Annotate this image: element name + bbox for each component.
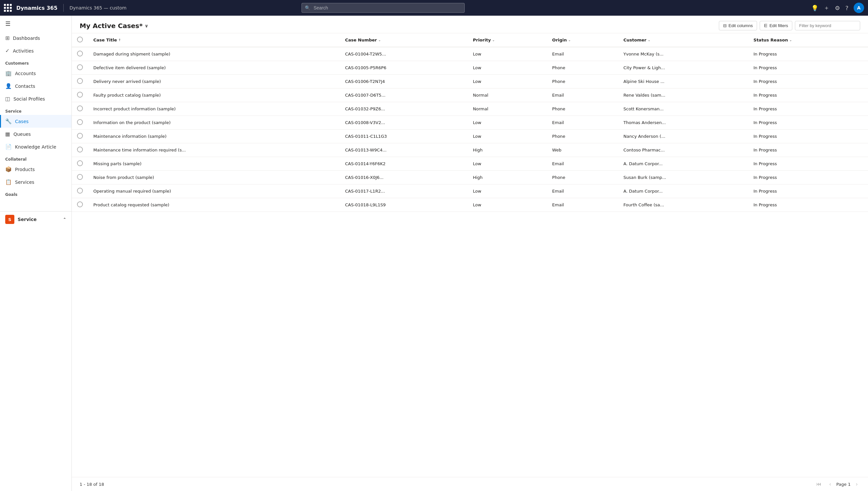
first-page-button[interactable]: ⏮ xyxy=(813,480,824,488)
cell-origin: Email xyxy=(547,184,618,198)
cell-customer: Susan Burk (samp... xyxy=(618,171,748,184)
cell-origin: Email xyxy=(547,47,618,61)
row-checkbox[interactable] xyxy=(77,51,83,56)
sidebar-item-knowledge-article[interactable]: 📄 Knowledge Article xyxy=(0,140,71,153)
row-checkbox-cell[interactable] xyxy=(72,88,88,102)
row-checkbox-cell[interactable] xyxy=(72,116,88,129)
table-row[interactable]: Missing parts (sample) CAS-01014-Y6F6K2 … xyxy=(72,157,868,171)
sidebar: ☰ ⊞ Dashboards ✓ Activities Customers 🏢 … xyxy=(0,16,72,491)
table-row[interactable]: Operating manual required (sample) CAS-0… xyxy=(72,184,868,198)
table-row[interactable]: Faulty product catalog (sample) CAS-0100… xyxy=(72,88,868,102)
filter-keyword-input[interactable] xyxy=(795,21,860,30)
cell-case-number: CAS-01004-T2W5... xyxy=(340,47,468,61)
cell-priority: Low xyxy=(468,47,547,61)
sort-icon-priority: ⌄ xyxy=(492,38,495,42)
row-checkbox-cell[interactable] xyxy=(72,171,88,184)
sidebar-item-contacts[interactable]: 👤 Contacts xyxy=(0,80,71,92)
row-checkbox[interactable] xyxy=(77,64,83,70)
sidebar-item-activities[interactable]: ✓ Activities xyxy=(0,45,71,57)
table-row[interactable]: Maintenance information (sample) CAS-010… xyxy=(72,129,868,143)
sidebar-item-label: Services xyxy=(15,179,34,185)
waffle-menu[interactable] xyxy=(4,4,12,12)
cell-case-number: CAS-01011-C1L1G3 xyxy=(340,129,468,143)
row-checkbox[interactable] xyxy=(77,119,83,125)
cell-priority: Low xyxy=(468,198,547,212)
search-input[interactable] xyxy=(301,3,465,13)
table-row[interactable]: Delivery never arrived (sample) CAS-0100… xyxy=(72,75,868,88)
row-checkbox[interactable] xyxy=(77,147,83,152)
row-checkbox-cell[interactable] xyxy=(72,129,88,143)
cell-status: In Progress xyxy=(748,184,868,198)
section-customers: Customers xyxy=(0,57,71,67)
row-checkbox[interactable] xyxy=(77,92,83,97)
section-goals: Goals xyxy=(0,189,71,198)
next-page-button[interactable]: › xyxy=(853,480,860,488)
row-checkbox-cell[interactable] xyxy=(72,143,88,157)
view-title-chevron[interactable]: ∨ xyxy=(145,23,148,28)
cell-priority: High xyxy=(468,171,547,184)
edit-filters-button[interactable]: ⋿ Edit filters xyxy=(760,21,792,30)
app-badge: S xyxy=(5,215,14,224)
row-checkbox[interactable] xyxy=(77,106,83,111)
col-status-reason[interactable]: Status Reason ⌄ xyxy=(748,33,868,47)
avatar[interactable]: A xyxy=(854,3,864,13)
row-checkbox[interactable] xyxy=(77,160,83,166)
sidebar-item-queues[interactable]: ▦ Queues xyxy=(0,128,71,140)
select-all-header[interactable] xyxy=(72,33,88,47)
lightbulb-icon[interactable]: 💡 xyxy=(811,5,818,11)
cell-status: In Progress xyxy=(748,47,868,61)
sidebar-item-label: Social Profiles xyxy=(13,96,45,102)
row-checkbox-cell[interactable] xyxy=(72,75,88,88)
app-switcher[interactable]: S Service ⌃ xyxy=(0,211,71,227)
view-header: My Active Cases* ∨ ⊟ Edit columns ⋿ Edit… xyxy=(72,16,868,33)
cell-customer: Nancy Anderson (... xyxy=(618,129,748,143)
table-row[interactable]: Maintenance time information required (s… xyxy=(72,143,868,157)
row-checkbox-cell[interactable] xyxy=(72,157,88,171)
sidebar-item-label: Products xyxy=(15,167,35,172)
help-icon[interactable]: ? xyxy=(845,5,848,11)
select-all-checkbox[interactable] xyxy=(77,36,83,42)
cell-priority: Low xyxy=(468,157,547,171)
table-row[interactable]: Incorrect product information (sample) C… xyxy=(72,102,868,116)
col-case-number[interactable]: Case Number ⌄ xyxy=(340,33,468,47)
cell-case-number: CAS-01014-Y6F6K2 xyxy=(340,157,468,171)
cell-customer: A. Datum Corpor... xyxy=(618,184,748,198)
row-checkbox-cell[interactable] xyxy=(72,102,88,116)
sidebar-item-services[interactable]: 📋 Services xyxy=(0,176,71,189)
row-checkbox[interactable] xyxy=(77,188,83,194)
col-origin[interactable]: Origin ⌄ xyxy=(547,33,618,47)
cell-case-title: Product catalog requested (sample) xyxy=(88,198,340,212)
col-case-title[interactable]: Case Title ↑ xyxy=(88,33,340,47)
row-checkbox-cell[interactable] xyxy=(72,198,88,212)
table-row[interactable]: Product catalog requested (sample) CAS-0… xyxy=(72,198,868,212)
col-customer[interactable]: Customer ⌄ xyxy=(618,33,748,47)
new-record-icon[interactable]: ＋ xyxy=(824,4,830,12)
sidebar-toggle[interactable]: ☰ xyxy=(0,16,71,32)
table-row[interactable]: Defective item delivered (sample) CAS-01… xyxy=(72,61,868,75)
table-row[interactable]: Noise from product (sample) CAS-01016-X0… xyxy=(72,171,868,184)
row-checkbox[interactable] xyxy=(77,201,83,207)
settings-icon[interactable]: ⚙ xyxy=(835,5,840,11)
app-switcher-label: Service xyxy=(18,217,36,222)
col-priority[interactable]: Priority ⌄ xyxy=(468,33,547,47)
edit-columns-button[interactable]: ⊟ Edit columns xyxy=(719,21,757,30)
sidebar-item-cases[interactable]: 🔧 Cases xyxy=(0,115,71,128)
cases-table: Case Title ↑ Case Number ⌄ xyxy=(72,33,868,212)
row-checkbox[interactable] xyxy=(77,174,83,180)
row-checkbox-cell[interactable] xyxy=(72,61,88,75)
row-checkbox-cell[interactable] xyxy=(72,47,88,61)
row-checkbox[interactable] xyxy=(77,78,83,84)
cell-priority: Low xyxy=(468,184,547,198)
sidebar-item-accounts[interactable]: 🏢 Accounts xyxy=(0,67,71,80)
row-checkbox-cell[interactable] xyxy=(72,184,88,198)
sidebar-item-dashboards[interactable]: ⊞ Dashboards xyxy=(0,32,71,45)
prev-page-button[interactable]: ‹ xyxy=(827,480,833,488)
table-row[interactable]: Damaged during shipment (sample) CAS-010… xyxy=(72,47,868,61)
search-icon: 🔍 xyxy=(305,5,310,10)
search-box: 🔍 xyxy=(301,3,465,13)
sidebar-item-social-profiles[interactable]: ◫ Social Profiles xyxy=(0,92,71,105)
row-checkbox[interactable] xyxy=(77,133,83,139)
page-label: Page 1 xyxy=(836,482,851,487)
table-row[interactable]: Information on the product (sample) CAS-… xyxy=(72,116,868,129)
sidebar-item-products[interactable]: 📦 Products xyxy=(0,163,71,176)
